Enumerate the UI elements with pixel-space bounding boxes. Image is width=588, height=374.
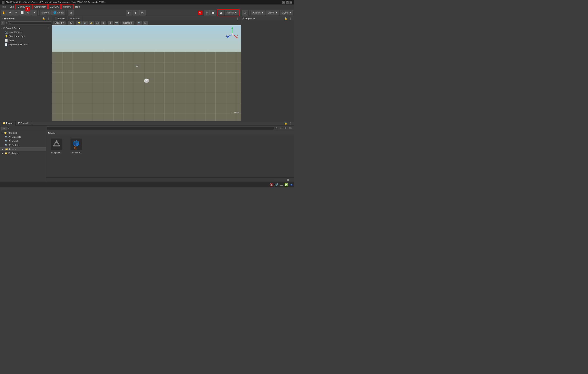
- shading-mode-button[interactable]: Shaded ▼: [53, 21, 65, 25]
- svg-line-8: [232, 34, 237, 37]
- project-item-packages[interactable]: ▶ 📁 Packages: [0, 151, 46, 155]
- account-label: Account: [252, 11, 261, 14]
- assets-slider-button[interactable]: ⊟3: [288, 127, 293, 130]
- pause-button[interactable]: ⏸: [133, 10, 139, 16]
- close-button[interactable]: ✕: [290, 1, 292, 4]
- lighting-button[interactable]: 💡: [76, 21, 82, 25]
- layout-button[interactable]: Layout ▼: [280, 10, 293, 15]
- menu-window[interactable]: Window: [61, 4, 73, 9]
- project-item-all-prefabs[interactable]: 🔍 All Prefabs: [0, 143, 46, 147]
- svg-marker-9: [236, 37, 238, 38]
- grid-scene-button[interactable]: ⊞: [101, 21, 105, 25]
- tree-item-directional-light[interactable]: 💡 Directional Light: [0, 34, 52, 38]
- hierarchy-add-button[interactable]: +: [1, 21, 4, 25]
- tree-item-main-camera[interactable]: 📷 Main Camera: [0, 30, 52, 34]
- window-title: SDKEditorGuide - SampleScene - PC, Mac &…: [6, 1, 105, 3]
- bottom-lock-button[interactable]: 🔒: [284, 121, 288, 125]
- cloud-button[interactable]: ☁: [242, 10, 248, 16]
- step-button[interactable]: ▶|: [139, 10, 146, 16]
- inspector-more-button[interactable]: ⋮: [289, 17, 292, 20]
- scene-more-button[interactable]: ⋮: [47, 27, 50, 30]
- layers-button[interactable]: Layers ▼: [266, 10, 279, 15]
- 2d-button[interactable]: 2D: [68, 21, 74, 25]
- hierarchy-lock-button[interactable]: 🔒: [42, 17, 46, 20]
- scene-viewport[interactable]: X Y Z ← Persp: [52, 25, 241, 121]
- console-tab-icon: ⊟: [18, 122, 20, 124]
- asset-item-samplescene[interactable]: SampleSc...: [48, 138, 65, 154]
- project-item-all-materials[interactable]: 🔍 All Materials: [0, 135, 46, 139]
- menu-help[interactable]: Help: [73, 4, 82, 9]
- pivot-label: Pivot: [44, 11, 49, 14]
- maximize-button[interactable]: ☐: [286, 1, 289, 4]
- scene-gizmo[interactable]: X Y Z: [225, 27, 239, 41]
- tree-item-zepeto[interactable]: 📄 ZepetoScriptContext: [0, 42, 52, 47]
- tab-game[interactable]: 🎮 Game: [67, 16, 82, 21]
- tab-scene[interactable]: ⬛ Scene: [52, 16, 67, 21]
- effects-button[interactable]: ✨: [89, 21, 94, 25]
- hierarchy-arrow: ▼: [5, 22, 7, 24]
- collab-settings-button[interactable]: ⚙: [204, 10, 210, 16]
- tree-expand-arrow: ▼: [1, 27, 3, 29]
- publish-icon-button[interactable]: [218, 10, 224, 15]
- scale-tool-button[interactable]: ⬜: [19, 10, 25, 16]
- menu-gameobject[interactable]: GameObject: [16, 4, 32, 9]
- assets-favorite-button[interactable]: ★: [284, 126, 287, 130]
- tab-console[interactable]: ⊟ Console: [16, 121, 32, 125]
- assets-header: Assets: [46, 131, 294, 135]
- account-button[interactable]: Account ▼: [251, 10, 266, 15]
- tab-project[interactable]: 📁 Project: [0, 121, 16, 125]
- global-button[interactable]: 🌐 Global: [52, 10, 65, 15]
- menu-file[interactable]: File: [0, 4, 8, 9]
- settings-scene-button[interactable]: ⚙: [108, 21, 113, 25]
- menu-bar: File Edit GameObject Component ZEPETO Wi…: [0, 4, 294, 9]
- game-tab-label: Game: [73, 17, 79, 20]
- play-button[interactable]: ▶: [126, 10, 132, 16]
- menu-edit[interactable]: Edit: [8, 4, 16, 9]
- tree-item-cube[interactable]: ⬜ Cube: [0, 38, 52, 42]
- assets-search-input[interactable]: [47, 126, 274, 130]
- hand-tool-button[interactable]: ✋: [1, 10, 7, 16]
- scene-options: Shaded ▼ 2D 💡 🔊 ✨ ⊘0 ⊞ ⚙ 📷: [52, 21, 241, 25]
- project-item-all-models[interactable]: 🔍 All Models: [0, 139, 46, 143]
- scene-name: SampleScene: [6, 27, 21, 29]
- assets-view1-button[interactable]: ⊟: [275, 126, 278, 130]
- camera-scene-button[interactable]: 📷: [114, 21, 119, 25]
- layout-arrow: ▼: [289, 11, 291, 14]
- cube-icon: ⬜: [5, 39, 8, 42]
- pivot-button[interactable]: ⊹ Pivot: [40, 10, 51, 15]
- scene-more-button[interactable]: ⋮: [236, 17, 239, 20]
- hidden-button[interactable]: ⊘0: [95, 21, 100, 25]
- zoom-slider-thumb[interactable]: [287, 179, 289, 181]
- assets-label: Assets: [9, 148, 16, 150]
- transform-tool-button[interactable]: ✦: [32, 10, 37, 16]
- grid-button[interactable]: ⊞: [68, 10, 74, 16]
- audio-button[interactable]: 🔊: [83, 21, 88, 25]
- tree-item-samplescene[interactable]: ▼ ⬡ SampleScene ⋮: [0, 26, 52, 30]
- project-item-assets[interactable]: ▼ 📁 Assets: [0, 147, 46, 151]
- hierarchy-search-input[interactable]: [8, 21, 51, 25]
- project-add-button[interactable]: +: [1, 127, 7, 130]
- all-label: All: [144, 22, 146, 24]
- menu-component[interactable]: Component: [32, 4, 48, 9]
- minimize-button[interactable]: ─: [282, 1, 285, 4]
- move-tool-button[interactable]: ✥: [7, 10, 13, 16]
- all-button[interactable]: All: [143, 21, 148, 25]
- bottom-more-button[interactable]: ⋮: [289, 121, 292, 125]
- publish-arrow: ▼: [235, 11, 237, 14]
- search-icon-prefabs: 🔍: [5, 144, 8, 146]
- light-icon: 💡: [5, 35, 8, 38]
- inspector-lock-button[interactable]: 🔒: [284, 17, 288, 20]
- search-scene-button[interactable]: 🔍: [136, 21, 142, 25]
- menu-zepeto[interactable]: ZEPETO: [48, 4, 61, 9]
- hierarchy-more-button[interactable]: ⋮: [47, 17, 50, 20]
- assets-view2-button[interactable]: ✏: [279, 126, 283, 130]
- rotate-tool-button[interactable]: ↺: [13, 10, 19, 16]
- camera-icon: 📷: [5, 31, 8, 34]
- project-item-favorites[interactable]: ▶ ⭐ Favorites: [0, 131, 46, 135]
- cloud-settings-button[interactable]: [210, 10, 216, 16]
- publish-button[interactable]: Publish ▼: [225, 10, 239, 15]
- asset-item-samplescript[interactable]: {} SampleScr...: [68, 138, 84, 154]
- console-tab-label: Console: [21, 122, 29, 124]
- gizmos-button[interactable]: Gizmos ▼: [122, 21, 134, 25]
- zoom-slider-track[interactable]: [274, 180, 291, 180]
